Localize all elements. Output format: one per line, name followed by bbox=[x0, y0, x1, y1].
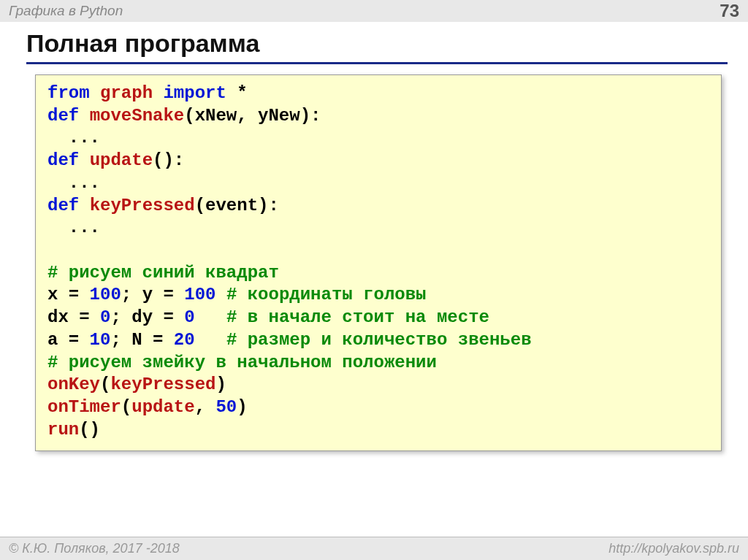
code-number: 20 bbox=[174, 330, 195, 350]
code-text: * bbox=[237, 83, 247, 103]
code-args: (event): bbox=[195, 196, 279, 215]
code-comment: # в начале стоит на месте bbox=[226, 307, 489, 327]
slide-header: Графика в Python 73 bbox=[0, 0, 748, 22]
code-comment: # рисуем змейку в начальном положении bbox=[47, 353, 437, 372]
code-func: update bbox=[90, 150, 153, 170]
code-text: ... bbox=[47, 218, 100, 237]
code-text: ( bbox=[121, 397, 131, 417]
code-number: 10 bbox=[90, 330, 111, 350]
code-number: 50 bbox=[215, 397, 237, 417]
code-keyword: from bbox=[47, 83, 90, 103]
code-text: ; N = bbox=[110, 330, 173, 350]
code-text: ( bbox=[100, 375, 110, 394]
code-block: from graph import * def moveSnake(xNew, … bbox=[35, 74, 722, 451]
code-arg: keyPressed bbox=[110, 375, 215, 394]
code-comment: # координаты головы bbox=[226, 285, 427, 304]
code-number: 100 bbox=[90, 285, 121, 304]
footer-url: http://kpolyakov.spb.ru bbox=[608, 541, 739, 556]
code-args: (): bbox=[153, 150, 184, 170]
code-pad bbox=[195, 330, 226, 350]
code-func: keyPressed bbox=[90, 196, 195, 215]
title-area: Полная программа bbox=[0, 22, 748, 64]
code-func: moveSnake bbox=[90, 106, 185, 126]
code-func: run bbox=[47, 420, 79, 440]
code-comment: # рисуем синий квадрат bbox=[47, 263, 279, 283]
title-underline bbox=[26, 62, 728, 64]
code-keyword: def bbox=[47, 196, 79, 215]
code-text: x = bbox=[47, 285, 90, 304]
code-arg: update bbox=[131, 397, 194, 417]
header-title: Графика в Python bbox=[9, 3, 123, 19]
code-func: onKey bbox=[47, 375, 100, 394]
code-keyword: def bbox=[47, 150, 79, 170]
code-number: 100 bbox=[184, 285, 215, 304]
slide-footer: © К.Ю. Поляков, 2017 -2018 http://kpolya… bbox=[0, 537, 748, 560]
code-args: (xNew, yNew): bbox=[184, 106, 321, 126]
code-text: ) bbox=[237, 397, 247, 417]
code-text: () bbox=[79, 420, 100, 440]
code-pad bbox=[195, 307, 226, 327]
code-text: ... bbox=[47, 128, 100, 147]
slide-title: Полная программа bbox=[26, 29, 722, 61]
code-text: ... bbox=[47, 173, 100, 193]
page-number: 73 bbox=[720, 1, 739, 21]
code-text: dx = bbox=[47, 307, 100, 327]
code-text: ; y = bbox=[121, 285, 184, 304]
code-text bbox=[215, 285, 226, 304]
code-text: a = bbox=[47, 330, 90, 350]
footer-author: © К.Ю. Поляков, 2017 -2018 bbox=[9, 541, 180, 556]
code-text: , bbox=[195, 397, 216, 417]
code-module: graph bbox=[100, 83, 153, 103]
code-func: onTimer bbox=[47, 397, 121, 417]
code-keyword: def bbox=[47, 106, 79, 126]
code-number: 0 bbox=[184, 307, 194, 327]
code-keyword: import bbox=[163, 83, 226, 103]
code-text: ; dy = bbox=[110, 307, 184, 327]
code-number: 0 bbox=[100, 307, 110, 327]
code-blank bbox=[47, 240, 58, 260]
code-comment: # размер и количество звеньев bbox=[226, 330, 532, 350]
code-text: ) bbox=[215, 375, 226, 394]
